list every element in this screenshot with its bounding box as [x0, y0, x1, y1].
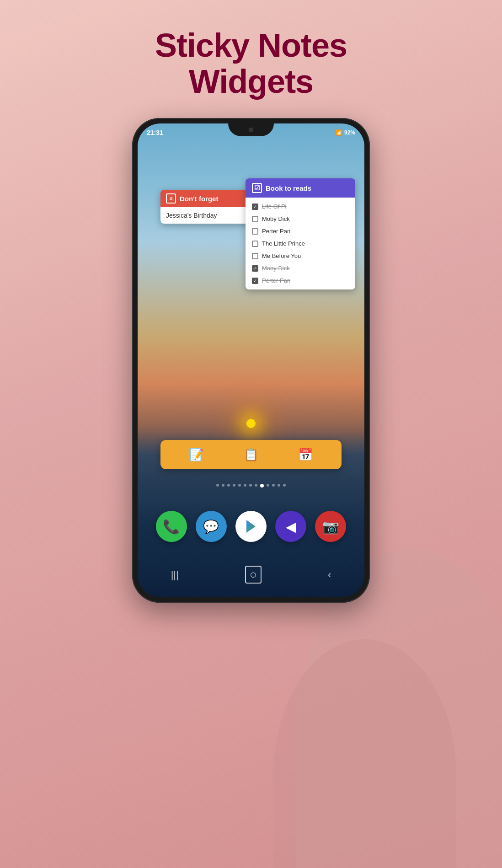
messages-app-icon[interactable]: 💬	[196, 511, 227, 542]
page-dot-10	[272, 484, 275, 487]
checklist-icon: ☑	[252, 183, 262, 193]
checklist-item-5[interactable]: ✓Moby Dick	[246, 262, 355, 274]
phone-body: 21:31 📶 92% Don't forget Jessica's Birth…	[132, 118, 370, 603]
checkbox-3[interactable]	[252, 241, 258, 247]
widget-bar-calendar-icon[interactable]: 📅	[298, 448, 313, 462]
page-dot-12	[283, 484, 286, 487]
checklist-widget-body: ✓Life Of PiMoby DickPerter PanThe Little…	[246, 198, 355, 289]
widget-bar[interactable]: 📝 📋 📅	[160, 440, 342, 469]
phone-screen: 21:31 📶 92% Don't forget Jessica's Birth…	[138, 123, 364, 597]
page-dot-8	[255, 484, 257, 487]
notch	[228, 123, 274, 136]
page-dot-11	[278, 484, 280, 487]
phone-app-icon[interactable]: 📞	[156, 511, 187, 542]
sticky-widget-title: Don't forget	[180, 195, 218, 203]
play-store-icon[interactable]	[235, 511, 267, 542]
checklist-label-2: Perter Pan	[262, 228, 290, 235]
title-line2: Widgets	[189, 63, 313, 100]
sticky-widget-header: Don't forget	[160, 190, 252, 207]
checklist-label-5: Moby Dick	[262, 265, 290, 272]
sticky-widget-content: Jessica's Birthday	[166, 212, 217, 219]
checkbox-0[interactable]: ✓	[252, 204, 258, 210]
title-line1: Sticky Notes	[155, 27, 347, 64]
checkbox-4[interactable]	[252, 253, 258, 259]
sticky-note-icon	[166, 193, 176, 204]
checklist-label-1: Moby Dick	[262, 215, 290, 222]
page-dot-6	[244, 484, 246, 487]
status-time: 21:31	[147, 129, 163, 136]
sticky-widget-body: Jessica's Birthday	[160, 207, 252, 224]
navigation-bar: ||| ○ ‹	[138, 566, 364, 584]
camera-dot	[249, 128, 253, 132]
page-dot-7	[249, 484, 252, 487]
camera-app-icon[interactable]: 📷	[315, 511, 346, 542]
page-title: Sticky Notes Widgets	[0, 0, 502, 113]
battery-icon: 92%	[344, 129, 355, 136]
nav-back-button[interactable]: ‹	[328, 569, 331, 581]
checklist-label-3: The Little Prince	[262, 240, 305, 247]
checkbox-6[interactable]: ✓	[252, 278, 258, 284]
page-dot-5	[238, 484, 241, 487]
checklist-item-4[interactable]: Me Before You	[246, 250, 355, 262]
checklist-widget[interactable]: ☑ Book to reads ✓Life Of PiMoby DickPert…	[246, 178, 355, 289]
phone-mockup: 21:31 📶 92% Don't forget Jessica's Birth…	[0, 118, 502, 603]
checkbox-5[interactable]: ✓	[252, 265, 258, 272]
page-dots	[138, 484, 364, 488]
page-dot-active	[260, 484, 264, 488]
page-dot-2	[222, 484, 224, 487]
checkbox-2[interactable]	[252, 228, 258, 235]
checklist-item-1[interactable]: Moby Dick	[246, 213, 355, 225]
page-dot-4	[233, 484, 235, 487]
checklist-label-4: Me Before You	[262, 252, 301, 259]
nav-home-button[interactable]: ○	[245, 566, 262, 584]
widget-bar-notes-icon[interactable]: 📝	[189, 448, 204, 462]
checklist-item-2[interactable]: Perter Pan	[246, 225, 355, 237]
nav-app-icon[interactable]: ◀	[275, 511, 306, 542]
wifi-icon: 📶	[336, 129, 342, 136]
nav-recent-button[interactable]: |||	[171, 569, 179, 581]
page-dot-1	[216, 484, 219, 487]
checklist-item-3[interactable]: The Little Prince	[246, 237, 355, 250]
checklist-item-6[interactable]: ✓Perter Pan	[246, 274, 355, 287]
page-dot-9	[267, 484, 269, 487]
sticky-note-widget[interactable]: Don't forget Jessica's Birthday	[160, 190, 252, 224]
checklist-widget-header: ☑ Book to reads	[246, 178, 355, 198]
app-dock: 📞 💬	[151, 501, 351, 552]
checklist-widget-title: Book to reads	[266, 184, 311, 192]
checklist-item-0[interactable]: ✓Life Of Pi	[246, 200, 355, 213]
checklist-label-0: Life Of Pi	[262, 203, 286, 210]
widget-bar-list-icon[interactable]: 📋	[244, 448, 258, 462]
sun	[246, 419, 256, 428]
status-icons: 📶 92%	[336, 129, 355, 136]
svg-marker-0	[246, 520, 256, 533]
page-dot-3	[227, 484, 230, 487]
checklist-label-6: Perter Pan	[262, 277, 290, 284]
checkbox-1[interactable]	[252, 216, 258, 222]
